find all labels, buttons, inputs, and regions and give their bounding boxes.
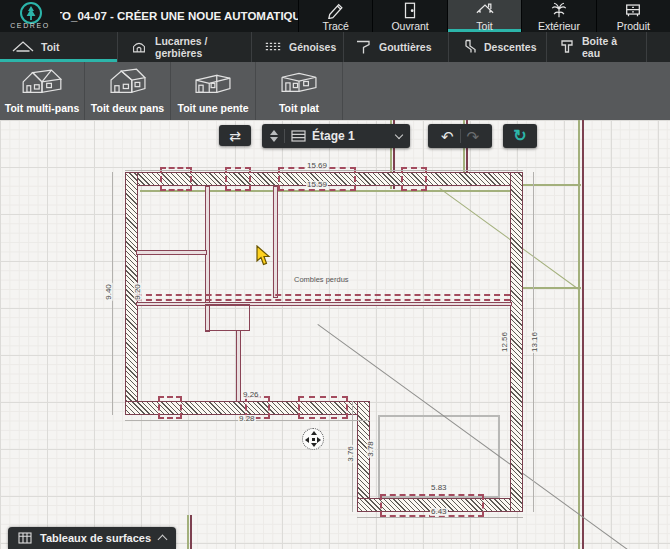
surfaces-tables-button[interactable]: Tableaux de surfaces bbox=[8, 527, 176, 549]
vertical-guide-line bbox=[582, 120, 584, 549]
tab-trace[interactable]: Tracé bbox=[298, 0, 372, 32]
level-label: Étage 1 bbox=[312, 129, 355, 143]
cedreo-logo[interactable]: CEDREO bbox=[4, 1, 56, 32]
gable-roof-house-icon bbox=[103, 65, 153, 99]
tab-label: Toit bbox=[476, 20, 492, 32]
refresh-icon: ↻ bbox=[513, 128, 526, 144]
ribbon-label: Lucarnes / gerbières bbox=[155, 35, 239, 59]
dimension-label: 3.76 bbox=[347, 445, 355, 463]
waterbox-icon bbox=[559, 39, 575, 56]
divider bbox=[284, 129, 285, 143]
ribbon-label: Boite à eau bbox=[582, 35, 634, 59]
table-icon bbox=[18, 532, 32, 544]
level-down-icon[interactable] bbox=[270, 137, 278, 142]
move-right-arrow-icon bbox=[317, 437, 321, 443]
interior-wall[interactable] bbox=[273, 186, 278, 298]
level-stepper[interactable] bbox=[270, 130, 278, 142]
tool-toit-une-pente[interactable]: Toit une pente bbox=[171, 62, 256, 120]
mouse-cursor-icon bbox=[256, 245, 271, 270]
roof-ribbon: Toit Lucarnes / gerbières Génoises Goutt… bbox=[0, 32, 670, 62]
ribbon-label: Descentes bbox=[484, 41, 537, 53]
dimension-line bbox=[125, 170, 523, 171]
tab-produit[interactable]: Produit bbox=[596, 0, 670, 32]
ribbon-item-genoises[interactable]: Génoises bbox=[252, 32, 344, 62]
refresh-roof-button[interactable]: ↻ bbox=[503, 124, 537, 148]
swap-view-button[interactable]: ⇄ bbox=[219, 125, 251, 146]
interior-wall[interactable] bbox=[236, 330, 241, 402]
ribbon-item-boite-a-eau[interactable]: Boite à eau bbox=[547, 32, 647, 62]
pencil-icon bbox=[326, 1, 346, 19]
roof-small-icon bbox=[12, 39, 34, 56]
dimension-label: 15.69 bbox=[306, 162, 328, 170]
plan-canvas[interactable]: 15.69 15.59 9.40 9.20 9.26 9.28 12.56 13… bbox=[0, 120, 670, 549]
chevron-down-icon[interactable] bbox=[395, 130, 403, 138]
wall-opening[interactable] bbox=[298, 396, 348, 419]
dimension-label: 5.83 bbox=[430, 484, 448, 492]
level-selector[interactable]: Étage 1 bbox=[262, 124, 410, 148]
move-left-arrow-icon bbox=[305, 437, 309, 443]
roof-edge-line bbox=[523, 287, 581, 289]
floor-icon bbox=[291, 130, 306, 142]
dimension-label: 9.20 bbox=[134, 283, 142, 301]
ribbon-item-lucarnes[interactable]: Lucarnes / gerbières bbox=[118, 32, 252, 62]
gutter-icon bbox=[356, 39, 372, 56]
undo-redo-group: ↶ ↷ bbox=[428, 124, 492, 148]
move-widget[interactable] bbox=[302, 428, 324, 450]
multi-hip-roof-house-icon bbox=[17, 65, 67, 99]
swap-icon: ⇄ bbox=[229, 129, 241, 143]
genoise-icon bbox=[264, 39, 282, 55]
surfaces-tables-label: Tableaux de surfaces bbox=[40, 532, 151, 544]
app-window: CEDREO TUTO_04-07 - CRÉER UNE NOUE AUTOM… bbox=[0, 0, 670, 549]
ribbon-item-toit[interactable]: Toit bbox=[0, 32, 118, 62]
dimension-label: 9.26 bbox=[242, 391, 260, 399]
flat-roof-house-icon bbox=[274, 65, 324, 99]
ribbon-item-gouttieres[interactable]: Gouttières bbox=[344, 32, 449, 62]
tab-toit[interactable]: Toit bbox=[447, 0, 521, 32]
room-label: Combles perdus bbox=[294, 275, 349, 284]
redo-button[interactable]: ↷ bbox=[467, 129, 480, 144]
tab-exterieur[interactable]: Extérieur bbox=[521, 0, 595, 32]
tool-toit-deux-pans[interactable]: Toit deux pans bbox=[85, 62, 171, 120]
tab-label: Extérieur bbox=[538, 20, 580, 32]
mono-pitch-roof-house-icon bbox=[188, 65, 238, 99]
dimension-label: 13.16 bbox=[531, 331, 539, 353]
dimension-label: 9.40 bbox=[105, 283, 113, 301]
interior-wall[interactable] bbox=[136, 302, 512, 306]
tool-toit-plat[interactable]: Toit plat bbox=[256, 62, 343, 120]
main-tab-bar: Tracé Ouvrant Toit bbox=[298, 0, 670, 32]
document-title: TUTO_04-07 - CRÉER UNE NOUE AUTOMATIQUE.… bbox=[60, 0, 298, 32]
top-bar: CEDREO TUTO_04-07 - CRÉER UNE NOUE AUTOM… bbox=[0, 0, 670, 32]
tab-label: Tracé bbox=[322, 20, 348, 32]
tab-label: Ouvrant bbox=[391, 20, 428, 32]
ribbon-item-descentes[interactable]: Descentes bbox=[449, 32, 547, 62]
chevron-up-icon bbox=[158, 535, 168, 545]
dimension-label: 6.43 bbox=[430, 508, 448, 516]
move-down-arrow-icon bbox=[311, 443, 317, 447]
ribbon-label: Toit bbox=[41, 41, 59, 53]
guide-segment bbox=[187, 515, 189, 549]
tool-toit-multi-pans[interactable]: Toit multi-pans bbox=[0, 62, 85, 120]
tool-label: Toit une pente bbox=[178, 102, 249, 114]
tab-label: Produit bbox=[617, 20, 650, 32]
divider bbox=[460, 129, 461, 143]
tab-ouvrant[interactable]: Ouvrant bbox=[372, 0, 446, 32]
interior-room-outline[interactable] bbox=[205, 304, 250, 331]
cedreo-wordmark: CEDREO bbox=[4, 22, 56, 29]
roof-dashed-line bbox=[136, 299, 510, 301]
dimension-line bbox=[357, 517, 523, 518]
wall-opening[interactable] bbox=[158, 396, 182, 419]
tool-label: Toit plat bbox=[279, 102, 319, 114]
roof-dashed-line bbox=[136, 294, 510, 296]
cedreo-logo-icon bbox=[19, 1, 41, 23]
exterior-wall-right[interactable] bbox=[510, 172, 523, 512]
ribbon-label: Génoises bbox=[289, 41, 336, 53]
interior-wall[interactable] bbox=[136, 250, 207, 255]
tool-label: Toit multi-pans bbox=[5, 102, 79, 114]
guide-segment bbox=[190, 515, 192, 549]
level-up-icon[interactable] bbox=[270, 130, 278, 135]
dormer-icon bbox=[130, 39, 148, 56]
roof-edge-line bbox=[523, 184, 581, 186]
move-center-dot bbox=[312, 438, 315, 441]
undo-button[interactable]: ↶ bbox=[441, 129, 454, 144]
dimension-label: 15.59 bbox=[306, 181, 328, 189]
